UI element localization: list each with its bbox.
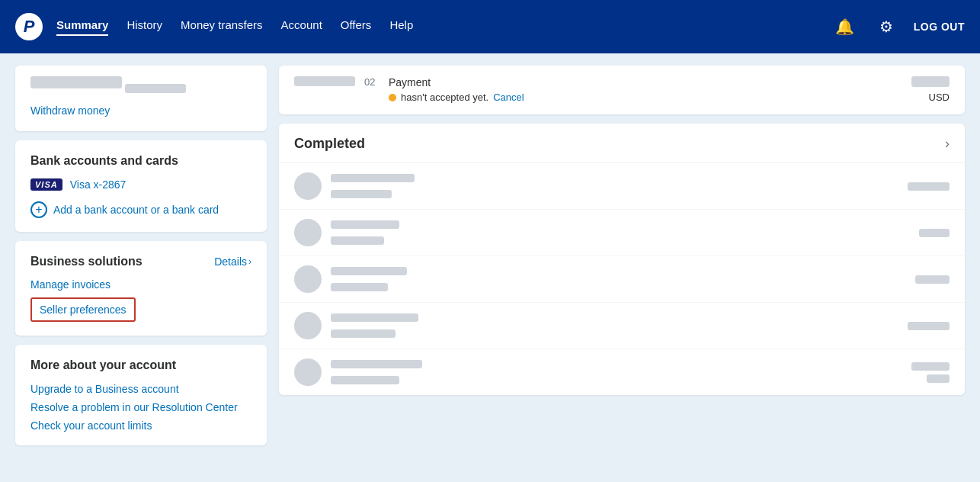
pending-amount: USD	[911, 76, 950, 104]
avatar	[294, 312, 322, 339]
txn-sub-blur	[331, 236, 384, 245]
details-link[interactable]: Details ›	[214, 255, 251, 268]
more-account-card: More about your account Upgrade to a Bus…	[15, 345, 267, 445]
txn-amount	[919, 229, 950, 237]
txn-name-blur	[331, 313, 418, 322]
avatar	[294, 265, 322, 293]
withdraw-card: Withdraw money	[15, 66, 267, 131]
txn-amount-blur	[908, 182, 950, 191]
logout-button[interactable]: LOG OUT	[914, 21, 965, 33]
settings-icon[interactable]: ⚙	[873, 13, 900, 40]
pending-card: 02 Payment hasn't accepted yet. Cancel	[279, 66, 965, 114]
business-header: Business solutions Details ›	[30, 255, 251, 268]
txn-info	[331, 220, 910, 245]
nav-history[interactable]: History	[127, 18, 162, 36]
completed-header: Completed ›	[279, 124, 965, 163]
txn-amount	[908, 182, 950, 191]
txn-info	[331, 360, 902, 384]
chevron-right-icon: ›	[248, 256, 251, 267]
txn-sub-blur	[331, 190, 392, 198]
txn-sub-blur	[331, 376, 399, 384]
txn-name-blur	[331, 360, 422, 368]
txn-name-blur	[331, 174, 415, 182]
add-bank-row[interactable]: + Add a bank account or a bank card	[30, 201, 251, 218]
nav-account[interactable]: Account	[281, 18, 322, 36]
nav-help[interactable]: Help	[389, 18, 413, 36]
amount-blur	[911, 76, 950, 87]
table-row	[279, 349, 965, 395]
txn-amount-blur	[911, 362, 950, 371]
pending-type: Payment	[389, 76, 902, 88]
notifications-icon[interactable]: 🔔	[831, 13, 859, 40]
avatar	[294, 358, 322, 386]
left-panel: Withdraw money Bank accounts and cards V…	[15, 66, 267, 445]
table-row	[279, 303, 965, 349]
txn-info	[331, 174, 898, 198]
resolution-center-link[interactable]: Resolve a problem in our Resolution Cent…	[30, 401, 251, 413]
pending-info: Payment hasn't accepted yet. Cancel	[389, 76, 902, 103]
txn-amount-blur	[908, 322, 950, 330]
avatar	[294, 219, 322, 246]
txn-amount	[908, 322, 950, 330]
more-account-title: More about your account	[30, 358, 251, 372]
nav-right: 🔔 ⚙ LOG OUT	[831, 13, 965, 40]
bank-accounts-card: Bank accounts and cards VISA Visa x-2867…	[15, 140, 267, 232]
business-solutions-card: Business solutions Details › Manage invo…	[15, 241, 267, 336]
nav-money-transfers[interactable]: Money transfers	[181, 18, 263, 36]
manage-invoices-link[interactable]: Manage invoices	[30, 278, 110, 291]
table-row	[279, 163, 965, 210]
pending-status: hasn't accepted yet. Cancel	[389, 92, 902, 103]
table-row	[279, 210, 965, 256]
seller-preferences-link[interactable]: Seller preferences	[30, 297, 136, 322]
nav-summary[interactable]: Summary	[56, 18, 108, 36]
txn-sub-blur	[331, 329, 396, 338]
table-row	[279, 256, 965, 303]
txn-name-blur	[331, 220, 399, 229]
pending-row: 02 Payment hasn't accepted yet. Cancel	[294, 76, 950, 104]
txn-name-blur	[331, 267, 407, 275]
status-dot-icon	[389, 94, 396, 101]
plus-icon: +	[30, 201, 47, 218]
pending-name-blur	[294, 76, 355, 86]
balance-blur	[30, 76, 122, 88]
paypal-logo: P	[15, 13, 43, 40]
avatar	[294, 172, 322, 200]
completed-title: Completed	[294, 136, 365, 152]
txn-amount-blur	[915, 275, 950, 284]
balance-sub-blur	[125, 84, 186, 93]
more-links: Upgrade to a Business account Resolve a …	[30, 383, 251, 432]
upgrade-business-link[interactable]: Upgrade to a Business account	[30, 383, 251, 395]
account-limits-link[interactable]: Check your account limits	[30, 419, 251, 432]
txn-amount-sub-blur	[927, 374, 950, 383]
pending-status-text: hasn't accepted yet.	[401, 92, 488, 103]
right-panel: 02 Payment hasn't accepted yet. Cancel	[279, 66, 965, 445]
txn-sub-blur	[331, 283, 388, 291]
withdraw-money-link[interactable]: Withdraw money	[30, 104, 110, 117]
bank-section-title: Bank accounts and cards	[30, 154, 251, 168]
add-bank-link[interactable]: Add a bank account or a bank card	[53, 204, 219, 216]
main-content: Withdraw money Bank accounts and cards V…	[0, 53, 980, 458]
nav-links: Summary History Money transfers Account …	[56, 18, 831, 36]
cancel-link[interactable]: Cancel	[493, 92, 524, 103]
visa-account-link[interactable]: Visa x-2867	[70, 178, 127, 191]
pending-number: 02	[364, 76, 380, 88]
completed-card: Completed ›	[279, 124, 965, 395]
currency-label: USD	[929, 92, 950, 103]
nav-offers[interactable]: Offers	[341, 18, 372, 36]
txn-amount	[911, 362, 950, 383]
navbar: P Summary History Money transfers Accoun…	[0, 0, 980, 53]
txn-info	[331, 313, 898, 338]
visa-row: VISA Visa x-2867	[30, 178, 251, 191]
txn-amount-blur	[919, 229, 950, 237]
completed-chevron-icon[interactable]: ›	[945, 136, 950, 152]
business-title: Business solutions	[30, 255, 143, 268]
visa-badge: VISA	[30, 178, 62, 191]
txn-amount	[915, 275, 950, 284]
txn-info	[331, 267, 906, 291]
